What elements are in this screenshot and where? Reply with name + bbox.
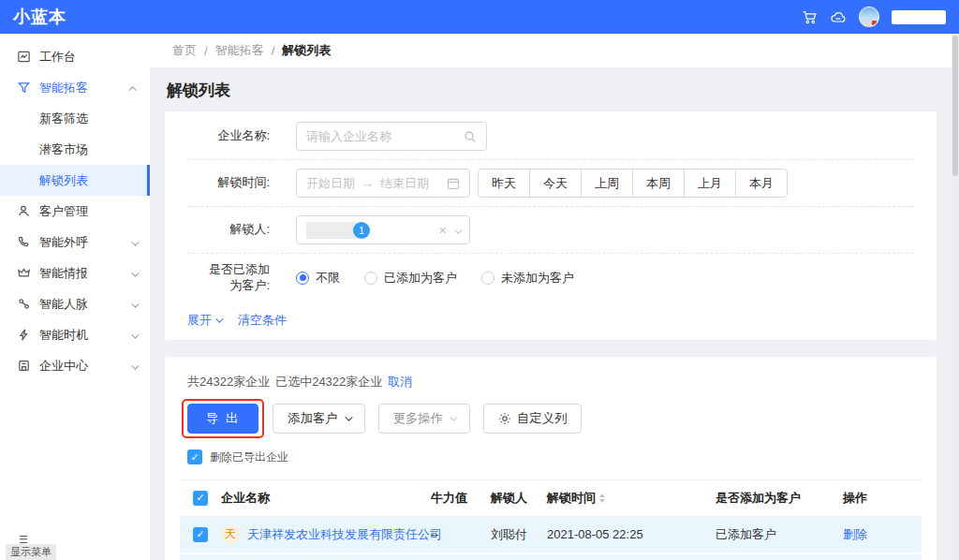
chevron-down-icon: [131, 235, 137, 249]
sort-control[interactable]: [599, 494, 605, 503]
radio-unlimited[interactable]: 不限: [296, 270, 340, 287]
network-icon: [17, 297, 31, 311]
col-unlocker: 解锁人: [491, 490, 547, 507]
action-buttons-row: 导 出 添加客户 更多操作 自定义列: [180, 404, 922, 449]
sidebar-item-new-customer-filter[interactable]: 新客筛选: [0, 103, 150, 134]
chevron-down-icon: [345, 413, 352, 420]
calendar-icon: [447, 177, 460, 190]
user-avatar[interactable]: [859, 7, 879, 27]
niuli-value: --: [431, 527, 491, 541]
sidebar-item-label: 智能外呼: [39, 234, 88, 251]
breadcrumb: 首页 / 智能拓客 / 解锁列表: [150, 34, 959, 67]
delete-exported-checkbox[interactable]: ✓: [187, 449, 202, 464]
sidebar-item-label: 新客筛选: [39, 111, 88, 127]
sidebar-item-smart-connections[interactable]: 智能人脉: [0, 288, 150, 319]
quick-date-buttons: 昨天 今天 上周 本周 上月 本月: [478, 169, 788, 198]
sidebar-item-label: 企业中心: [39, 358, 88, 375]
more-actions-button[interactable]: 更多操作: [378, 404, 470, 434]
company-avatar: 天: [221, 525, 240, 544]
results-panel: 共24322家企业 已选中24322家企业 取消 导 出 添加客户 更多操作 自: [165, 357, 937, 560]
end-date-placeholder: 结束日期: [380, 175, 429, 192]
sidebar-item-prospect-market[interactable]: 潜客市场: [0, 134, 150, 165]
col-niuli: 牛力值: [431, 490, 491, 507]
filter-row-added-as-customer: 是否已添加 为客户: 不限 已添加为客户 未添加为客户: [187, 254, 914, 302]
page-scrollbar[interactable]: [952, 34, 959, 560]
cloud-icon[interactable]: [830, 8, 847, 25]
clear-icon[interactable]: ×: [438, 223, 447, 237]
select-all-checkbox[interactable]: ✓: [193, 491, 208, 506]
unlocker-select[interactable]: 1 ×: [296, 215, 470, 244]
sidebar-item-label: 智能情报: [39, 265, 88, 282]
breadcrumb-separator: /: [272, 44, 275, 58]
sidebar-item-smart-acquisition[interactable]: 智能拓客: [0, 72, 150, 103]
phone-icon: [17, 235, 31, 249]
unlock-time-value: 2021-08-05 22:25: [547, 527, 716, 541]
sidebar-item-label: 智能人脉: [39, 296, 88, 313]
date-range-input[interactable]: 开始日期 → 结束日期: [296, 169, 470, 198]
chevron-down-icon: [131, 359, 137, 373]
breadcrumb-separator: /: [204, 44, 208, 58]
breadcrumb-home[interactable]: 首页: [172, 42, 197, 59]
search-icon[interactable]: [464, 130, 477, 143]
show-menu-control[interactable]: ☰ 显示菜单: [6, 535, 56, 560]
col-action: 操作: [843, 490, 922, 507]
chevron-down-icon: [131, 297, 137, 311]
company-name-link[interactable]: 天津祥发农业科技发展有限责任公司: [247, 526, 442, 543]
delete-exported-row: ✓ 删除已导出企业: [180, 449, 922, 479]
col-unlock-time: 解锁时间: [547, 490, 596, 507]
export-button[interactable]: 导 出: [187, 404, 258, 434]
filter-links: 展开 清空条件: [187, 302, 914, 332]
table-row: ✓ 天 天津市奥瑞维度科技服务有限公司 -- 刘聪付 2021-08-05 22…: [180, 554, 922, 560]
company-name-label: 企业名称:: [187, 128, 270, 144]
delete-link[interactable]: 删除: [843, 526, 922, 543]
customize-columns-button[interactable]: 自定义列: [483, 404, 582, 434]
unlocker-tag-redacted: [306, 222, 359, 239]
chevron-down-icon: [454, 223, 460, 237]
sidebar-item-label: 智能时机: [39, 327, 88, 344]
page-title: 解锁列表: [167, 80, 937, 101]
sidebar-item-customer-management[interactable]: 客户管理: [0, 196, 150, 227]
radio-icon: [364, 272, 377, 285]
sidebar-item-smart-timing[interactable]: 智能时机: [0, 319, 150, 350]
gear-icon: [498, 412, 511, 425]
sidebar-item-smart-outbound-call[interactable]: 智能外呼: [0, 227, 150, 258]
delete-exported-label: 删除已导出企业: [210, 449, 288, 465]
sidebar-item-label: 智能拓客: [39, 80, 88, 96]
sidebar-item-smart-intelligence[interactable]: 智能情报: [0, 258, 150, 288]
chevron-down-icon: [215, 315, 223, 322]
quick-date-today[interactable]: 今天: [529, 169, 582, 198]
start-date-placeholder: 开始日期: [306, 175, 355, 192]
clear-conditions-link[interactable]: 清空条件: [238, 312, 287, 329]
customer-icon: [17, 204, 31, 218]
quick-date-last-month[interactable]: 上月: [684, 169, 736, 198]
scrollbar-thumb[interactable]: [952, 36, 958, 176]
quick-date-yesterday[interactable]: 昨天: [478, 169, 530, 198]
app-logo: 小蓝本: [13, 6, 66, 28]
chevron-down-icon: [131, 266, 137, 280]
row-checkbox[interactable]: ✓: [193, 527, 208, 542]
quick-date-last-week[interactable]: 上周: [581, 169, 633, 198]
sidebar-item-unlock-list[interactable]: 解锁列表: [0, 165, 150, 196]
added-as-customer-label: 是否已添加 为客户:: [187, 262, 270, 294]
expand-link[interactable]: 展开: [187, 312, 221, 329]
quick-date-this-week[interactable]: 本周: [632, 169, 685, 198]
company-name-input[interactable]: 请输入企业名称: [296, 122, 487, 151]
radio-added-as-customer[interactable]: 已添加为客户: [364, 270, 457, 287]
cart-icon[interactable]: [801, 8, 818, 25]
sidebar-item-enterprise-center[interactable]: 企业中心: [0, 350, 150, 381]
add-customer-button[interactable]: 添加客户: [273, 404, 364, 434]
sidebar-item-workbench[interactable]: 工作台: [0, 41, 150, 72]
dashboard-icon: [17, 50, 31, 64]
sidebar-item-label: 客户管理: [39, 203, 88, 220]
filter-row-unlock-time: 解锁时间: 开始日期 → 结束日期 昨天 今天 上周 本周 上月 本月: [187, 160, 914, 207]
unlocker-count-badge: 1: [353, 222, 370, 239]
radio-not-added-as-customer[interactable]: 未添加为客户: [481, 270, 574, 287]
chevron-up-icon: [131, 81, 137, 95]
cancel-selection-link[interactable]: 取消: [388, 374, 412, 391]
unlocker-value: 刘聪付: [491, 526, 547, 543]
chevron-down-icon: [450, 413, 457, 420]
breadcrumb-smart-acquisition[interactable]: 智能拓客: [215, 42, 264, 59]
quick-date-this-month[interactable]: 本月: [735, 169, 788, 198]
username-redacted[interactable]: [892, 10, 946, 24]
menu-toggle-icon: ☰: [19, 535, 27, 544]
